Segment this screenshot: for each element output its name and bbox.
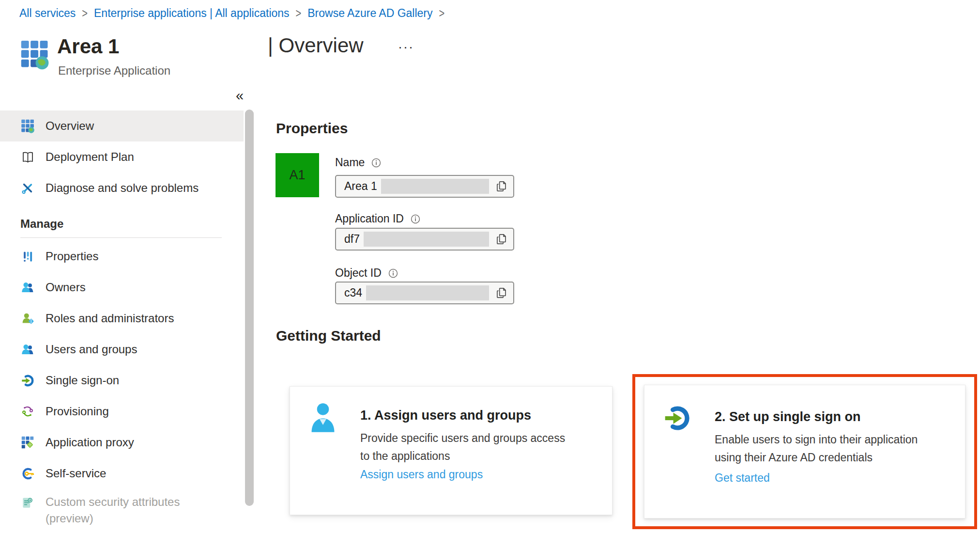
sidebar-item-label: Custom security attributes xyxy=(46,494,180,510)
sidebar-item-label: Diagnose and solve problems xyxy=(46,181,199,195)
sso-icon xyxy=(20,373,35,388)
role-person-cube-icon xyxy=(20,311,35,326)
sidebar-item-label: Deployment Plan xyxy=(46,150,134,164)
sidebar-item-users-and-groups[interactable]: Users and groups xyxy=(0,334,244,365)
sso-icon xyxy=(663,404,692,435)
name-field[interactable]: Area 1 xyxy=(335,175,514,198)
name-field-value: Area 1 xyxy=(344,180,377,193)
sidebar-item-label: Provisioning xyxy=(46,405,109,418)
sidebar-item-deployment-plan[interactable]: Deployment Plan xyxy=(0,141,244,173)
assign-users-link[interactable]: Assign users and groups xyxy=(360,468,483,481)
object-id-field[interactable]: c34 xyxy=(335,282,514,304)
breadcrumb-link-enterprise-applications[interactable]: Enterprise applications | All applicatio… xyxy=(94,7,290,20)
object-id-field-label: Object ID xyxy=(335,267,398,280)
more-options-icon[interactable]: ··· xyxy=(398,40,414,55)
sidebar-item-properties[interactable]: Properties xyxy=(0,241,244,272)
application-id-field[interactable]: df7 xyxy=(335,228,514,251)
sidebar-item-label-line2: (preview) xyxy=(46,510,180,527)
app-proxy-icon xyxy=(20,435,35,450)
getting-started-heading: Getting Started xyxy=(276,328,381,344)
get-started-link[interactable]: Get started xyxy=(715,471,770,485)
card-description: Provide specific users and groups access… xyxy=(360,429,565,465)
sidebar-item-label: Roles and administrators xyxy=(46,312,174,325)
people-icon xyxy=(20,280,35,295)
info-icon[interactable] xyxy=(410,214,421,224)
document-gear-icon xyxy=(20,496,35,510)
azure-portal-page: All services > Enterprise applications |… xyxy=(0,0,980,534)
sidebar-item-label: Self-service xyxy=(46,467,106,480)
scrollbar-thumb[interactable] xyxy=(245,110,254,506)
sidebar-item-label: Application proxy xyxy=(46,436,134,449)
copy-icon[interactable] xyxy=(495,233,508,246)
provisioning-icon xyxy=(20,404,35,419)
copy-icon[interactable] xyxy=(495,180,508,193)
collapse-sidebar-icon[interactable]: « xyxy=(236,88,244,104)
copy-icon[interactable] xyxy=(495,286,508,300)
breadcrumb-separator-icon: > xyxy=(439,6,445,20)
sidebar-item-diagnose[interactable]: Diagnose and solve problems xyxy=(0,173,244,204)
application-id-field-label: Application ID xyxy=(335,212,421,225)
people-icon xyxy=(20,342,35,357)
sidebar-item-label: Single sign-on xyxy=(46,374,119,387)
sidebar-item-roles[interactable]: Roles and administrators xyxy=(0,303,244,334)
page-title: | Overview xyxy=(268,34,364,57)
sidebar-item-label: Users and groups xyxy=(46,343,137,356)
breadcrumb-separator-icon: > xyxy=(82,6,88,20)
single-sign-on-card[interactable]: 2. Set up single sign on Enable users to… xyxy=(644,385,965,518)
sidebar-item-custom-security-attributes[interactable]: Custom security attributes (preview) xyxy=(0,489,244,528)
card-title: 2. Set up single sign on xyxy=(715,409,861,424)
redacted-value xyxy=(364,232,489,247)
app-avatar-tile: A1 xyxy=(276,153,319,197)
breadcrumb-link-browse-gallery[interactable]: Browse Azure AD Gallery xyxy=(307,7,432,20)
sidebar-item-provisioning[interactable]: Provisioning xyxy=(0,396,244,427)
tools-icon xyxy=(20,181,35,195)
sidebar-scrollbar[interactable] xyxy=(244,110,256,534)
sidebar-item-label: Overview xyxy=(46,119,94,133)
redacted-value xyxy=(381,179,489,194)
name-field-label: Name xyxy=(335,156,382,169)
breadcrumb-link-all-services[interactable]: All services xyxy=(19,7,76,20)
overview-icon xyxy=(20,119,35,133)
sidebar-item-single-sign-on[interactable]: Single sign-on xyxy=(0,365,244,396)
self-service-key-icon xyxy=(20,466,35,481)
sidebar-section-manage: Manage xyxy=(20,217,244,237)
app-avatar-label: A1 xyxy=(289,168,305,183)
app-name: Area 1 xyxy=(57,35,119,58)
card-title: 1. Assign users and groups xyxy=(360,408,531,423)
sidebar-item-label: Properties xyxy=(46,250,98,263)
info-icon[interactable] xyxy=(371,157,382,168)
sidebar-divider xyxy=(20,237,222,238)
card-description: Enable users to sign into their applicat… xyxy=(715,431,918,467)
app-type-subtitle: Enterprise Application xyxy=(58,64,170,78)
application-id-value: df7 xyxy=(344,233,360,246)
sidebar-item-label: Owners xyxy=(46,281,86,294)
info-icon[interactable] xyxy=(388,268,398,279)
user-icon xyxy=(309,402,337,435)
sliders-icon xyxy=(20,249,35,264)
sidebar-item-owners[interactable]: Owners xyxy=(0,272,244,303)
redacted-value xyxy=(366,285,489,300)
object-id-value: c34 xyxy=(344,286,362,299)
sidebar-item-self-service[interactable]: Self-service xyxy=(0,458,244,489)
sidebar-item-application-proxy[interactable]: Application proxy xyxy=(0,427,244,458)
breadcrumb-separator-icon: > xyxy=(296,6,302,20)
book-icon xyxy=(20,150,35,164)
enterprise-app-icon xyxy=(20,40,49,70)
sidebar-item-overview[interactable]: Overview xyxy=(0,110,244,141)
properties-heading: Properties xyxy=(276,120,348,137)
assign-users-card[interactable]: 1. Assign users and groups Provide speci… xyxy=(290,386,612,515)
sidebar: Overview Deployment Plan Diagnose and so… xyxy=(0,110,244,528)
breadcrumb: All services > Enterprise applications |… xyxy=(19,7,451,20)
